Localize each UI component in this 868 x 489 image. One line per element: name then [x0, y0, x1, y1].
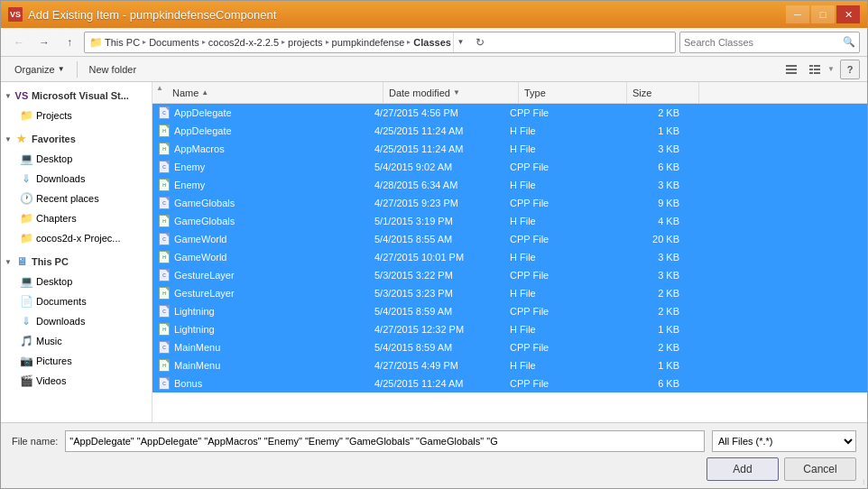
table-row[interactable]: C Bonus 4/25/2015 11:24 AM CPP File 6 KB — [152, 374, 867, 392]
file-date-cell: 4/25/2015 11:24 AM — [369, 378, 504, 389]
sidebar-item-projects[interactable]: 📁 Projects — [1, 106, 152, 125]
sidebar-item-videos-pc[interactable]: 🎬 Videos — [1, 371, 152, 391]
resize-handle[interactable]: ⁝ — [854, 475, 867, 488]
vs-label: Microsoft Visual St... — [32, 90, 129, 101]
sidebar-item-pictures-pc[interactable]: 📷 Pictures — [1, 351, 152, 371]
col-name-label: Name — [172, 88, 199, 98]
table-row[interactable]: H Lightning 4/27/2015 12:32 PM H File 1 … — [152, 320, 867, 338]
file-date-cell: 4/28/2015 6:34 AM — [369, 180, 504, 190]
column-header-type[interactable]: Type — [519, 82, 627, 103]
name-sort-arrow: ▲ — [201, 88, 208, 97]
table-row[interactable]: C AppDelegate 4/27/2015 4:56 PM CPP File… — [152, 104, 867, 122]
sidebar-item-this-pc[interactable]: ▼ 🖥 This PC — [1, 252, 152, 272]
file-name-cell: H GestureLayer — [152, 287, 369, 300]
file-name-cell: C GameGlobals — [152, 197, 369, 209]
table-row[interactable]: H Enemy 4/28/2015 6:34 AM H File 3 KB — [152, 176, 867, 194]
file-date-cell: 5/3/2015 3:22 PM — [369, 270, 504, 281]
h-file-icon: H — [158, 179, 171, 191]
favorites-label: Favorites — [32, 134, 76, 144]
column-header-name[interactable]: Name ▲ — [167, 82, 383, 103]
cpp-file-icon: C — [158, 161, 171, 173]
sidebar-item-desktop-pc[interactable]: 💻 Desktop — [1, 272, 152, 291]
file-type-cell: CPP File — [504, 161, 613, 172]
column-header-date[interactable]: Date modified ▼ — [383, 82, 519, 103]
table-row[interactable]: C GameGlobals 4/27/2015 9:23 PM CPP File… — [152, 194, 867, 212]
search-input[interactable] — [684, 37, 839, 48]
sidebar-item-music-pc[interactable]: 🎵 Music — [1, 331, 152, 351]
view-details-button[interactable] — [804, 60, 826, 79]
table-row[interactable]: C Enemy 5/4/2015 9:02 AM CPP File 6 KB — [152, 158, 867, 176]
file-name-cell: C Enemy — [152, 161, 369, 173]
cpp-file-icon: C — [158, 377, 171, 390]
sidebar-item-favorites[interactable]: ▼ ★ Favorites — [1, 129, 152, 149]
table-row[interactable]: C GestureLayer 5/3/2015 3:22 PM CPP File… — [152, 266, 867, 284]
table-row[interactable]: H AppDelegate 4/25/2015 11:24 AM H File … — [152, 122, 867, 140]
view-list-button[interactable] — [780, 60, 802, 79]
address-sep-4: ▸ — [325, 38, 330, 46]
right-panel: ▲ Name ▲ Date modified ▼ Type Size — [152, 82, 867, 422]
file-type-cell: H File — [504, 143, 613, 154]
search-box[interactable]: 🔍 — [679, 32, 860, 53]
sidebar-item-visual-studio[interactable]: ▼ VS Microsoft Visual St... — [1, 86, 152, 106]
toolbar-separator — [77, 61, 78, 78]
address-dropdown-button[interactable]: ▼ — [453, 32, 467, 52]
table-row[interactable]: H GameWorld 4/27/2015 10:01 PM H File 3 … — [152, 248, 867, 266]
svg-rect-8 — [814, 72, 820, 74]
address-part-cocos: cocos2d-x-2.2.5 — [208, 37, 279, 48]
table-row[interactable]: H MainMenu 4/27/2015 4:49 PM H File 1 KB — [152, 356, 867, 374]
address-bar[interactable]: 📁 This PC ▸ Documents ▸ cocos2d-x-2.2.5 … — [84, 32, 676, 53]
svg-rect-2 — [786, 72, 797, 74]
desktop-fav-label: Desktop — [36, 153, 72, 164]
maximize-button[interactable]: □ — [811, 5, 835, 23]
column-header-size[interactable]: Size — [627, 82, 699, 103]
address-sep-1: ▸ — [142, 38, 147, 46]
file-list[interactable]: C AppDelegate 4/27/2015 4:56 PM CPP File… — [152, 104, 867, 422]
sidebar-item-recent-places[interactable]: 🕐 Recent places — [1, 189, 152, 208]
sidebar-item-downloads-fav[interactable]: ⇓ Downloads — [1, 169, 152, 189]
file-size-cell: 3 KB — [613, 143, 685, 154]
forward-button[interactable]: → — [33, 32, 55, 53]
file-size-cell: 2 KB — [613, 107, 685, 118]
filetype-select[interactable]: All Files (*.*) — [712, 430, 856, 452]
back-button[interactable]: ← — [8, 32, 30, 53]
chapters-folder-icon: 📁 — [19, 211, 33, 226]
table-row[interactable]: C GameWorld 5/4/2015 8:55 AM CPP File 20… — [152, 230, 867, 248]
h-file-icon: H — [158, 143, 171, 155]
nav-toolbar: ← → ↑ 📁 This PC ▸ Documents ▸ cocos2d-x-… — [1, 28, 867, 57]
filename-input[interactable] — [65, 430, 705, 452]
file-size-cell: 9 KB — [613, 198, 685, 208]
close-button[interactable]: ✕ — [836, 5, 860, 23]
window-title: Add Existing Item - pumpkindefenseCompon… — [28, 8, 276, 22]
sidebar-item-desktop-fav[interactable]: 💻 Desktop — [1, 149, 152, 169]
sidebar-item-downloads-pc[interactable]: ⇓ Downloads — [1, 311, 152, 331]
help-button[interactable]: ? — [840, 60, 860, 79]
file-date-cell: 5/4/2015 8:59 AM — [369, 306, 504, 317]
sidebar-item-documents-pc[interactable]: 📄 Documents — [1, 291, 152, 311]
this-pc-expand-icon: ▼ — [5, 258, 12, 266]
main-area: ▼ VS Microsoft Visual St... 📁 Projects ▼… — [1, 82, 867, 422]
table-row[interactable]: C Lightning 5/4/2015 8:59 AM CPP File 2 … — [152, 302, 867, 320]
svg-rect-1 — [786, 69, 797, 70]
organize-button[interactable]: Organize ▼ — [8, 60, 71, 79]
svg-rect-7 — [809, 72, 813, 74]
add-button[interactable]: Add — [706, 457, 779, 481]
file-size-cell: 1 KB — [613, 360, 685, 371]
view-dropdown-icon[interactable]: ▼ — [827, 65, 835, 73]
file-type-cell: CPP File — [504, 234, 613, 244]
table-row[interactable]: C MainMenu 5/4/2015 8:59 AM CPP File 2 K… — [152, 338, 867, 356]
table-row[interactable]: H GameGlobals 5/1/2015 3:19 PM H File 4 … — [152, 212, 867, 230]
sidebar-item-cocos[interactable]: 📁 cocos2d-x Projec... — [1, 228, 152, 248]
new-folder-button[interactable]: New folder — [83, 60, 143, 79]
sidebar-item-chapters[interactable]: 📁 Chapters — [1, 208, 152, 228]
cancel-button[interactable]: Cancel — [784, 457, 856, 481]
svg-rect-3 — [809, 65, 813, 67]
address-refresh-button[interactable]: ↻ — [471, 33, 489, 51]
desktop-fav-icon: 💻 — [19, 152, 33, 166]
minimize-button[interactable]: ─ — [786, 5, 809, 23]
table-row[interactable]: H GestureLayer 5/3/2015 3:23 PM H File 2… — [152, 284, 867, 302]
file-name-cell: C AppDelegate — [152, 106, 369, 119]
title-bar-controls: ─ □ ✕ — [786, 5, 860, 23]
documents-pc-icon: 📄 — [19, 294, 33, 309]
table-row[interactable]: H AppMacros 4/25/2015 11:24 AM H File 3 … — [152, 140, 867, 158]
up-button[interactable]: ↑ — [59, 32, 80, 53]
